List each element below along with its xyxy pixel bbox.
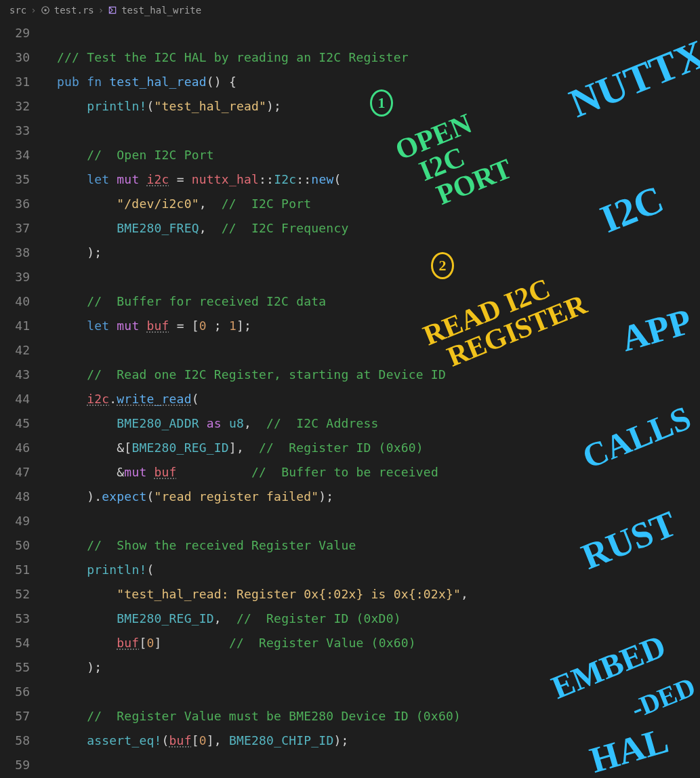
code-content[interactable]: BME280_REG_ID, // Register ID (0xD0): [39, 611, 401, 626]
code-content[interactable]: ).expect("read register failed");: [39, 489, 333, 504]
code-token: [: [192, 733, 199, 748]
code-line[interactable]: 29: [0, 20, 700, 45]
code-line[interactable]: 34 // Open I2C Port: [0, 142, 700, 167]
code-content[interactable]: i2c.write_read(: [39, 392, 199, 406]
code-line[interactable]: 40 // Buffer for received I2C data: [0, 289, 700, 313]
code-content[interactable]: let mut buf = [0 ; 1];: [39, 319, 251, 333]
code-line[interactable]: 56: [0, 679, 700, 703]
code-line[interactable]: 45 BME280_ADDR as u8, // I2C Address: [0, 411, 700, 435]
code-content[interactable]: /// Test the I2C HAL by reading an I2C R…: [39, 50, 409, 64]
code-line[interactable]: 58 assert_eq!(buf[0], BME280_CHIP_ID);: [0, 728, 700, 752]
code-line[interactable]: 59: [0, 752, 700, 777]
line-number: 47: [0, 465, 39, 479]
code-content[interactable]: );: [39, 660, 102, 674]
code-content[interactable]: BME280_ADDR as u8, // I2C Address: [39, 416, 379, 430]
code-token: BME280_CHIP_ID: [229, 733, 334, 748]
line-number: 30: [0, 50, 39, 64]
code-line[interactable]: 55 );: [0, 655, 700, 679]
line-number: 55: [0, 660, 39, 674]
code-line[interactable]: 46 &[BME280_REG_ID], // Register ID (0x6…: [0, 435, 700, 459]
code-content[interactable]: [39, 123, 87, 138]
code-token: // Register Value (0x60): [229, 636, 416, 650]
code-token: // Register ID (0xD0): [236, 611, 401, 626]
code-line[interactable]: 30/// Test the I2C HAL by reading an I2C…: [0, 45, 700, 69]
code-token: BME280_REG_ID: [131, 441, 228, 455]
code-content[interactable]: // Register Value must be BME280 Device …: [39, 709, 461, 723]
code-content[interactable]: println!(: [39, 562, 155, 577]
code-line[interactable]: 42: [0, 337, 700, 362]
breadcrumb-symbol[interactable]: test_hal_write: [121, 5, 201, 16]
code-content[interactable]: "/dev/i2c0", // I2C Port: [39, 197, 311, 211]
code-token: "test_hal_read: Register 0x{:02x} is 0x{…: [117, 587, 461, 601]
code-line[interactable]: 52 "test_hal_read: Register 0x{:02x} is …: [0, 581, 700, 606]
breadcrumb[interactable]: src › test.rs › test_hal_write: [0, 0, 700, 20]
code-token: );: [87, 245, 102, 260]
code-line[interactable]: 50 // Show the received Register Value: [0, 533, 700, 557]
code-line[interactable]: 54 buf[0] // Register Value (0x60): [0, 630, 700, 655]
code-line[interactable]: 53 BME280_REG_ID, // Register ID (0xD0): [0, 606, 700, 630]
code-content[interactable]: [39, 270, 87, 284]
svg-point-1: [44, 9, 47, 12]
code-line[interactable]: 38 );: [0, 240, 700, 264]
code-token: 0: [199, 319, 207, 333]
line-number: 34: [0, 148, 39, 162]
code-content[interactable]: [39, 758, 87, 772]
code-token: write_read: [117, 392, 191, 406]
code-line[interactable]: 39: [0, 264, 700, 289]
code-content[interactable]: assert_eq!(buf[0], BME280_CHIP_ID);: [39, 733, 349, 748]
code-line[interactable]: 33: [0, 118, 700, 142]
code-token: i2c: [146, 172, 169, 186]
breadcrumb-folder[interactable]: src: [9, 5, 26, 16]
code-line[interactable]: 37 BME280_FREQ, // I2C Frequency: [0, 216, 700, 240]
code-line[interactable]: 51 println!(: [0, 557, 700, 581]
code-editor[interactable]: 2930/// Test the I2C HAL by reading an I…: [0, 20, 700, 777]
code-content[interactable]: // Open I2C Port: [39, 148, 214, 162]
code-content[interactable]: &[BME280_REG_ID], // Register ID (0x60): [39, 441, 424, 455]
code-content[interactable]: &mut buf // Buffer to be received: [39, 465, 438, 479]
code-content[interactable]: let mut i2c = nuttx_hal::I2c::new(: [39, 172, 342, 186]
code-content[interactable]: "test_hal_read: Register 0x{:02x} is 0x{…: [39, 587, 468, 601]
code-content[interactable]: println!("test_hal_read");: [39, 99, 281, 113]
breadcrumb-file[interactable]: test.rs: [54, 5, 94, 16]
code-token: /// Test the I2C HAL by reading an I2C R…: [57, 50, 409, 64]
line-number: 54: [0, 636, 39, 650]
line-number: 36: [0, 197, 39, 211]
annotation-circle-2: 2: [431, 252, 454, 279]
code-content[interactable]: // Buffer for received I2C data: [39, 294, 326, 308]
code-line[interactable]: 32 println!("test_hal_read");: [0, 94, 700, 118]
code-token: // I2C Port: [222, 197, 311, 211]
code-line[interactable]: 47 &mut buf // Buffer to be received: [0, 459, 700, 484]
code-token: ).: [87, 489, 102, 504]
line-number: 31: [0, 75, 39, 89]
code-line[interactable]: 35 let mut i2c = nuttx_hal::I2c::new(: [0, 167, 700, 191]
code-content[interactable]: [39, 514, 87, 528]
code-line[interactable]: 48 ).expect("read register failed");: [0, 484, 700, 508]
code-line[interactable]: 41 let mut buf = [0 ; 1];: [0, 313, 700, 337]
code-content[interactable]: // Show the received Register Value: [39, 538, 356, 552]
code-token: mut: [117, 319, 146, 333]
code-token: buf: [155, 465, 177, 479]
code-content[interactable]: );: [39, 245, 102, 260]
code-token: .: [109, 392, 117, 406]
code-content[interactable]: [39, 343, 87, 357]
code-line[interactable]: 49: [0, 508, 700, 533]
code-line[interactable]: 36 "/dev/i2c0", // I2C Port: [0, 191, 700, 216]
code-content[interactable]: BME280_FREQ, // I2C Frequency: [39, 221, 348, 235]
code-token: buf: [169, 733, 192, 748]
code-content[interactable]: // Read one I2C Register, starting at De…: [39, 367, 446, 382]
code-token: 0: [199, 733, 207, 748]
code-line[interactable]: 43 // Read one I2C Register, starting at…: [0, 362, 700, 386]
code-token: (: [333, 172, 341, 186]
code-content[interactable]: [39, 684, 87, 699]
code-line[interactable]: 31pub fn test_hal_read() {: [0, 69, 700, 94]
code-token: // Read one I2C Register, starting at De…: [87, 367, 446, 382]
code-content[interactable]: buf[0] // Register Value (0x60): [39, 636, 416, 650]
code-content[interactable]: pub fn test_hal_read() {: [39, 75, 236, 89]
code-line[interactable]: 44 i2c.write_read(: [0, 386, 700, 411]
code-token: [222, 416, 229, 430]
code-token: [199, 416, 207, 430]
code-line[interactable]: 57 // Register Value must be BME280 Devi…: [0, 703, 700, 728]
line-number: 35: [0, 172, 39, 186]
line-number: 48: [0, 489, 39, 504]
code-token: (: [146, 489, 154, 504]
